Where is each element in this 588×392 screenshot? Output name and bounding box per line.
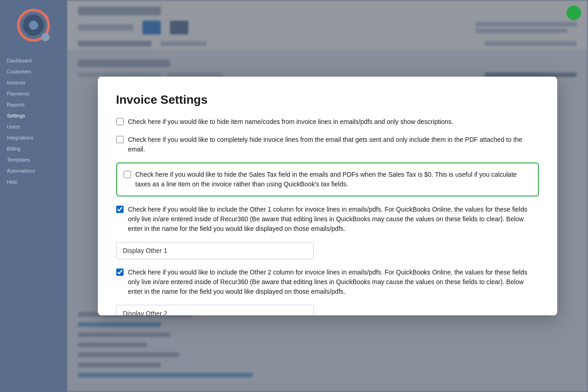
checkbox-label-2: Check here if you would like to complete… [128, 135, 539, 154]
checkbox-row-2: Check here if you would like to complete… [116, 135, 539, 154]
checkbox-row-3-highlighted: Check here if you would like to hide the… [116, 162, 539, 196]
checkbox-other2[interactable] [116, 269, 124, 276]
checkbox-row-1: Check here if you would like to hide ite… [116, 117, 539, 127]
checkbox-other1[interactable] [116, 206, 124, 213]
sidebar-item-6[interactable]: Integrations [0, 132, 67, 143]
modal-title: Invoice Settings [116, 93, 539, 107]
sidebar-item-settings[interactable]: Settings [0, 110, 67, 121]
sidebar-item-3[interactable]: Payments [0, 88, 67, 99]
checkbox-label-3: Check here if you would like to hide the… [136, 170, 531, 189]
checkbox-label-4: Check here if you would like to include … [128, 205, 539, 234]
logo [15, 7, 52, 44]
modal-overlay: Invoice Settings Check here if you would… [67, 0, 588, 392]
sidebar-badge [41, 33, 50, 41]
logo-dot [29, 21, 38, 30]
sidebar-nav: Dashboard Customers Invoices Payments Re… [0, 50, 67, 192]
sidebar-item-8[interactable]: Templates [0, 154, 67, 165]
checkbox-row-5: Check here if you would like to include … [116, 268, 539, 297]
checkbox-row-4: Check here if you would like to include … [116, 205, 539, 234]
sidebar-item-2[interactable]: Invoices [0, 77, 67, 88]
top-right-action-button[interactable] [566, 6, 581, 20]
invoice-settings-modal: Invoice Settings Check here if you would… [98, 77, 557, 315]
svg-point-0 [571, 10, 577, 16]
sidebar-item-1[interactable]: Customers [0, 66, 67, 77]
sidebar: Dashboard Customers Invoices Payments Re… [0, 0, 67, 392]
checkbox-hide-invoice-lines[interactable] [116, 136, 124, 143]
sidebar-item-4[interactable]: Reports [0, 99, 67, 110]
checkmark-icon [571, 10, 577, 16]
checkbox-label-5: Check here if you would like to include … [128, 268, 539, 297]
other1-display-input[interactable] [116, 242, 314, 259]
checkbox-hide-sales-tax[interactable] [124, 171, 131, 178]
sidebar-item-0[interactable]: Dashboard [0, 55, 67, 66]
logo-inner-circle [23, 15, 44, 36]
sidebar-item-10[interactable]: Help [0, 176, 67, 187]
sidebar-item-7[interactable]: Billing [0, 143, 67, 154]
checkbox-label-1: Check here if you would like to hide ite… [128, 117, 453, 127]
other2-display-input[interactable] [116, 305, 314, 315]
checkbox-hide-item-names[interactable] [116, 118, 124, 125]
sidebar-item-9[interactable]: Automations [0, 165, 67, 176]
sidebar-item-5[interactable]: Users [0, 121, 67, 132]
